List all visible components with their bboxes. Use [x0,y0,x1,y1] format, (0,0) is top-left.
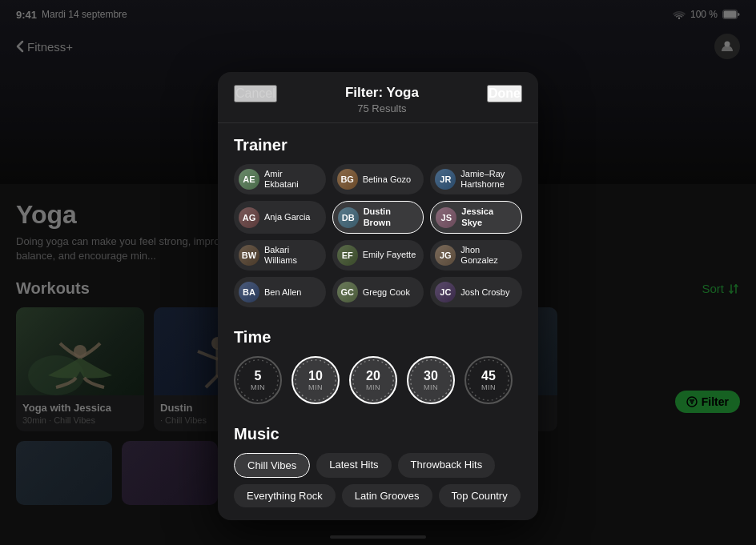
modal-results: 75 Results [345,102,419,114]
trainer-avatar-dustin: DB [338,207,359,228]
svg-point-18 [353,360,393,400]
svg-point-17 [296,360,336,400]
time-circle-45[interactable]: 45 MIN [464,356,513,404]
music-chip-chill-vibes[interactable]: Chill Vibes [234,453,310,478]
music-chip-everything-rock[interactable]: Everything Rock [234,484,336,507]
trainer-avatar-josh: JC [435,282,456,303]
time-circle-5[interactable]: 5 MIN [234,356,282,404]
music-chip-latin-grooves[interactable]: Latin Grooves [342,484,432,507]
trainer-avatar-jhon: JG [435,245,456,266]
time-circle-ticks [466,358,511,403]
trainer-chip-jamie[interactable]: JR Jamie–Ray Hartshorne [430,164,522,194]
trainer-chip-jessica[interactable]: JS Jessica Skye [430,201,522,233]
time-circle-ticks [293,358,338,403]
time-circle-10[interactable]: 10 MIN [292,356,340,404]
music-chips: Chill Vibes Latest Hits Throwback Hits E… [234,453,522,511]
time-circles: 5 MIN 10 MIN 20 MIN [234,356,522,404]
time-circle-30[interactable]: 30 MIN [407,356,455,404]
modal-overlay: Cancel Filter: Yoga 75 Results Done Trai… [0,0,756,545]
svg-point-20 [468,360,509,400]
modal-header: Cancel Filter: Yoga 75 Results Done [218,72,538,123]
time-circle-ticks [235,358,280,403]
trainer-avatar-ben: BA [239,282,259,303]
done-button[interactable]: Done [487,85,522,102]
svg-point-16 [238,360,278,400]
trainer-name-gregg: Gregg Cook [363,287,410,298]
trainer-chip-betina[interactable]: BG Betina Gozo [332,164,424,194]
trainer-grid: AE Amir Ekbatani BG Betina Gozo JR Jamie… [234,164,522,307]
trainer-chip-amir[interactable]: AE Amir Ekbatani [234,164,326,194]
trainer-chip-emily[interactable]: EF Emily Fayette [332,240,424,270]
music-section: Music Chill Vibes Latest Hits Throwback … [218,412,538,520]
cancel-button[interactable]: Cancel [234,85,277,102]
trainer-avatar-anja: AG [239,207,259,228]
trainer-avatar-amir: AE [239,169,259,190]
trainer-name-anja: Anja Garcia [264,212,310,222]
trainer-chip-dustin[interactable]: DB Dustin Brown [332,201,424,233]
filter-modal: Cancel Filter: Yoga 75 Results Done Trai… [218,72,538,520]
time-circle-ticks [351,358,396,403]
music-chip-latest-hits[interactable]: Latest Hits [316,453,391,478]
time-circle-20[interactable]: 20 MIN [349,356,397,404]
trainer-name-jessica: Jessica Skye [461,206,513,227]
trainer-name-bakari: Bakari Williams [264,245,318,266]
trainer-avatar-jessica: JS [436,207,456,228]
time-section: Time 5 MIN 10 MIN [218,315,538,404]
trainer-section: Trainer AE Amir Ekbatani BG Betina Gozo … [218,123,538,307]
trainer-avatar-bakari: BW [239,245,259,266]
trainer-section-title: Trainer [234,136,522,154]
time-circle-ticks [408,358,453,403]
svg-point-19 [411,360,451,400]
trainer-name-dustin: Dustin Brown [364,206,416,227]
trainer-name-josh: Josh Crosby [460,287,509,298]
music-section-title: Music [234,425,522,443]
trainer-avatar-gregg: GC [337,282,358,303]
trainer-chip-anja[interactable]: AG Anja Garcia [234,201,326,233]
trainer-avatar-betina: BG [337,169,358,190]
trainer-chip-josh[interactable]: JC Josh Crosby [430,277,522,307]
modal-title-area: Filter: Yoga 75 Results [345,85,419,114]
modal-title: Filter: Yoga [345,85,419,101]
trainer-name-betina: Betina Gozo [363,174,412,185]
trainer-name-ben: Ben Allen [264,287,301,298]
trainer-name-amir: Amir Ekbatani [264,169,318,190]
time-section-title: Time [234,328,522,347]
trainer-chip-jhon[interactable]: JG Jhon Gonzalez [430,240,522,270]
music-chip-throwback-hits[interactable]: Throwback Hits [398,453,496,478]
trainer-name-jhon: Jhon Gonzalez [460,245,514,266]
trainer-avatar-emily: EF [337,245,358,266]
trainer-avatar-jamie: JR [435,169,456,190]
trainer-name-emily: Emily Fayette [363,250,416,260]
trainer-chip-bakari[interactable]: BW Bakari Williams [234,240,326,270]
music-chip-top-country[interactable]: Top Country [439,484,521,507]
trainer-name-jamie: Jamie–Ray Hartshorne [460,169,514,190]
trainer-chip-ben[interactable]: BA Ben Allen [234,277,326,307]
trainer-chip-gregg[interactable]: GC Gregg Cook [332,277,424,307]
